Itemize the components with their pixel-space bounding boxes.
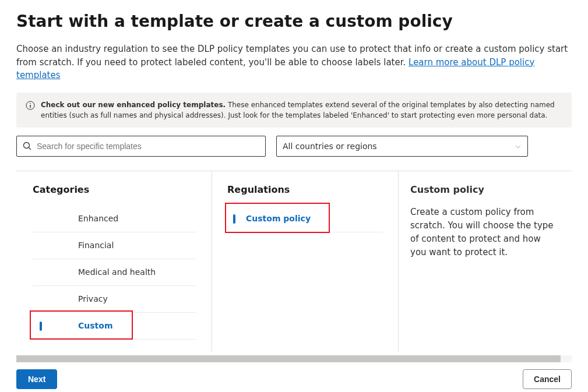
scrollbar-thumb[interactable]: [16, 355, 561, 362]
categories-list: Enhanced Financial Medical and health Pr…: [33, 206, 196, 340]
region-selected: All countries or regions: [283, 142, 377, 151]
svg-line-4: [29, 147, 31, 150]
category-privacy[interactable]: Privacy: [33, 286, 196, 313]
regulations-list: Custom policy: [227, 206, 383, 232]
category-medical[interactable]: Medical and health: [33, 259, 196, 286]
regulations-column: Regulations Custom policy: [212, 171, 399, 352]
page-title: Start with a template or create a custom…: [16, 12, 572, 31]
intro-paragraph: Choose an industry regulation to see the…: [16, 43, 572, 82]
horizontal-scrollbar[interactable]: [16, 355, 572, 362]
details-body: Create a custom policy from scratch. You…: [410, 206, 557, 260]
next-button[interactable]: Next: [16, 369, 57, 389]
info-content: Check out our new enhanced policy templa…: [41, 100, 562, 121]
search-input[interactable]: [37, 142, 259, 151]
region-dropdown[interactable]: All countries or regions: [276, 136, 528, 157]
regulation-custom-policy[interactable]: Custom policy: [227, 206, 383, 232]
svg-point-3: [24, 142, 30, 148]
content-columns: Categories Enhanced Financial Medical an…: [16, 171, 572, 352]
category-financial[interactable]: Financial: [33, 232, 196, 259]
categories-heading: Categories: [33, 184, 196, 195]
chevron-down-icon: [515, 143, 522, 150]
info-icon: [26, 101, 35, 110]
filter-row: All countries or regions: [16, 136, 572, 157]
category-enhanced[interactable]: Enhanced: [33, 206, 196, 232]
search-icon: [23, 142, 32, 151]
footer: Next Cancel: [16, 362, 572, 389]
regulations-heading: Regulations: [227, 184, 383, 195]
info-banner: Check out our new enhanced policy templa…: [16, 93, 572, 128]
details-column: Custom policy Create a custom policy fro…: [399, 171, 572, 352]
details-heading: Custom policy: [410, 184, 557, 195]
search-box[interactable]: [16, 136, 266, 157]
svg-point-2: [30, 103, 31, 104]
cancel-button[interactable]: Cancel: [523, 369, 572, 389]
category-custom[interactable]: Custom: [33, 313, 196, 340]
info-bold: Check out our new enhanced policy templa…: [41, 101, 226, 109]
categories-column: Categories Enhanced Financial Medical an…: [16, 171, 212, 352]
